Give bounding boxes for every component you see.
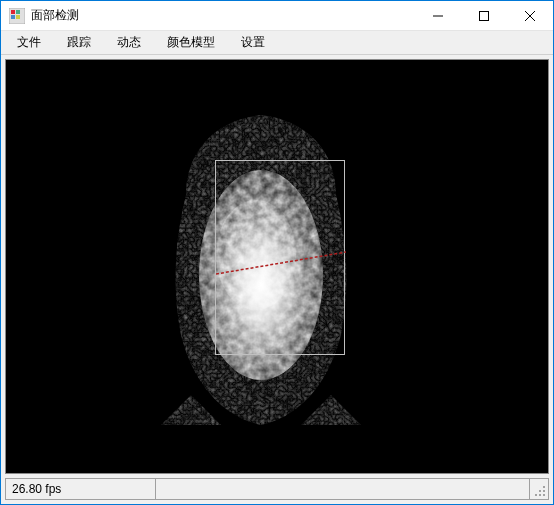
menu-dynamic[interactable]: 动态: [105, 32, 153, 53]
svg-rect-4: [16, 15, 20, 19]
titlebar[interactable]: 面部检测: [1, 1, 553, 31]
svg-rect-1: [11, 10, 15, 14]
svg-point-15: [543, 490, 545, 492]
video-viewport[interactable]: [5, 59, 549, 474]
svg-point-16: [535, 494, 537, 496]
status-fps: 26.80 fps: [6, 479, 156, 499]
menu-track[interactable]: 跟踪: [55, 32, 103, 53]
menu-settings[interactable]: 设置: [229, 32, 277, 53]
svg-point-14: [539, 490, 541, 492]
status-spacer: [156, 479, 530, 499]
svg-rect-3: [11, 15, 15, 19]
window-title: 面部检测: [31, 7, 415, 24]
minimize-button[interactable]: [415, 1, 461, 30]
svg-point-11: [216, 200, 296, 310]
svg-rect-2: [16, 10, 20, 14]
content-area: 26.80 fps: [1, 55, 553, 504]
svg-point-18: [543, 494, 545, 496]
close-button[interactable]: [507, 1, 553, 30]
svg-point-13: [543, 486, 545, 488]
app-window: 面部检测 文件 跟踪 动态 颜色模型 设置: [0, 0, 554, 505]
window-controls: [415, 1, 553, 30]
menubar: 文件 跟踪 动态 颜色模型 设置: [1, 31, 553, 55]
maximize-button[interactable]: [461, 1, 507, 30]
resize-grip[interactable]: [530, 479, 548, 499]
statusbar: 26.80 fps: [5, 478, 549, 500]
app-icon: [9, 8, 25, 24]
menu-color-model[interactable]: 颜色模型: [155, 32, 227, 53]
svg-rect-6: [480, 11, 489, 20]
svg-point-17: [539, 494, 541, 496]
detected-face-image: [161, 115, 361, 425]
menu-file[interactable]: 文件: [5, 32, 53, 53]
